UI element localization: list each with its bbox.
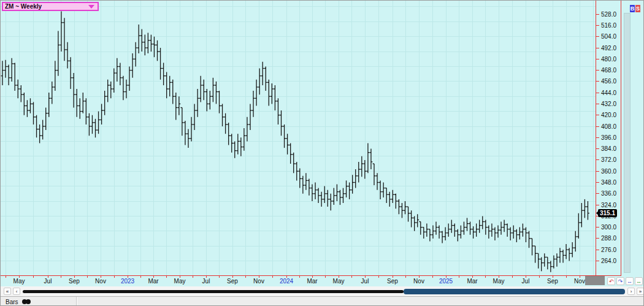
price-tick-label: 384.0 bbox=[601, 145, 616, 152]
price-tick-label: 456.0 bbox=[601, 78, 616, 85]
order-buttons: B S bbox=[630, 5, 640, 12]
time-tick-label: Nov bbox=[95, 278, 106, 285]
status-bar: Bars bbox=[1, 296, 644, 306]
time-tick-label: Jul bbox=[522, 278, 530, 285]
price-tick-label: 264.0 bbox=[601, 258, 616, 264]
redo-zoom-button[interactable]: ↷ bbox=[616, 277, 624, 285]
price-tick-label: 372.0 bbox=[601, 156, 616, 163]
undo-zoom-button[interactable]: ↶ bbox=[607, 277, 615, 285]
vertical-scrollbar[interactable] bbox=[624, 13, 631, 273]
scroll-prev-button[interactable]: ‹ bbox=[13, 288, 20, 295]
price-tick-label: 480.0 bbox=[601, 56, 616, 63]
time-tick-label: Jul bbox=[44, 278, 52, 285]
price-tick-label: 288.0 bbox=[601, 235, 616, 242]
time-tick-label: Sep bbox=[387, 278, 398, 285]
time-axis-drag-handle[interactable] bbox=[585, 276, 605, 285]
scroll-next-button[interactable]: › bbox=[627, 288, 635, 295]
price-tick-label: 360.0 bbox=[601, 168, 616, 175]
price-tick-label: 492.0 bbox=[601, 45, 616, 52]
chart-nav-buttons: ↶↷↔↔↔ bbox=[607, 277, 644, 285]
time-tick-label: May bbox=[13, 278, 25, 285]
price-tick-label: 528.0 bbox=[601, 11, 616, 18]
time-tick-label: 2024 bbox=[280, 278, 294, 285]
time-tick-label: Nov bbox=[574, 278, 585, 285]
price-tick-label: 324.0 bbox=[601, 202, 616, 208]
scroll-last-button[interactable]: » bbox=[637, 288, 644, 295]
time-tick-label: 2025 bbox=[439, 278, 453, 285]
price-tick-label: 300.0 bbox=[601, 224, 616, 231]
trading-app-window: { "window": { "symbol_selector": "ZM ~ W… bbox=[0, 0, 644, 306]
time-tick-label: Mar bbox=[467, 278, 478, 285]
buy-button[interactable]: B bbox=[630, 5, 635, 12]
price-chart[interactable]: 264.0276.0288.0300.0312.0324.0336.0348.0… bbox=[1, 1, 621, 286]
price-tick-label: 432.0 bbox=[601, 101, 616, 107]
price-tick-label: 444.0 bbox=[601, 90, 616, 96]
axis-frame bbox=[1, 1, 621, 278]
time-tick-label: Jul bbox=[361, 278, 369, 285]
price-tick-label: 276.0 bbox=[601, 247, 616, 253]
price-tick-label: 420.0 bbox=[601, 112, 616, 118]
chart-surface: 264.0276.0288.0300.0312.0324.0336.0348.0… bbox=[1, 1, 644, 286]
time-tick-label: May bbox=[493, 278, 505, 285]
sell-button[interactable]: S bbox=[635, 5, 640, 12]
scrollbar-data-extent[interactable] bbox=[23, 290, 404, 293]
time-tick-label: Sep bbox=[227, 278, 238, 285]
fit-width-button[interactable]: ↔ bbox=[626, 277, 634, 285]
time-tick-label: Mar bbox=[148, 278, 159, 285]
time-axis-labels[interactable]: MayJulSepNov2023MarMayJulSepNov2024MarMa… bbox=[13, 278, 585, 285]
price-tick-label: 348.0 bbox=[601, 179, 616, 186]
time-tick-label: Sep bbox=[69, 278, 80, 285]
last-price-badge: 315.1 bbox=[596, 209, 617, 217]
chevron-down-icon bbox=[88, 5, 94, 9]
symbol-period-label: ZM ~ Weekly bbox=[5, 3, 88, 10]
scroll-first-button[interactable]: « bbox=[4, 288, 11, 295]
time-tick-label: Sep bbox=[547, 278, 558, 285]
time-tick-label: Jul bbox=[202, 278, 210, 285]
price-tick-label: 408.0 bbox=[601, 123, 616, 130]
time-tick-label: May bbox=[174, 278, 186, 285]
price-tick-label: 504.0 bbox=[601, 33, 616, 40]
expand-bars-button[interactable]: ↔ bbox=[635, 277, 643, 285]
price-tick-label: 468.0 bbox=[601, 67, 616, 74]
time-tick-label: 2023 bbox=[121, 278, 135, 285]
bars-mode-icon bbox=[26, 299, 31, 304]
symbol-period-dropdown[interactable]: ZM ~ Weekly bbox=[2, 2, 99, 11]
time-tick-label: Mar bbox=[307, 278, 318, 285]
time-tick-label: Nov bbox=[253, 278, 264, 285]
gridlines bbox=[1, 1, 596, 276]
time-tick-label: Nov bbox=[413, 278, 424, 285]
svg-text:315.1: 315.1 bbox=[600, 210, 615, 216]
time-tick-label: May bbox=[333, 278, 345, 285]
price-tick-label: 336.0 bbox=[601, 190, 616, 197]
horizontal-scrollbar: « ‹ › » bbox=[1, 286, 644, 296]
scrollbar-thumb[interactable] bbox=[404, 289, 625, 294]
price-tick-label: 396.0 bbox=[601, 134, 616, 141]
chart-mode-label: Bars bbox=[6, 299, 18, 305]
price-tick-label: 516.0 bbox=[601, 22, 616, 29]
price-axis-labels[interactable]: 264.0276.0288.0300.0312.0324.0336.0348.0… bbox=[601, 11, 616, 264]
chart-mode-cell[interactable]: Bars bbox=[1, 297, 77, 306]
price-bars bbox=[1, 12, 589, 272]
